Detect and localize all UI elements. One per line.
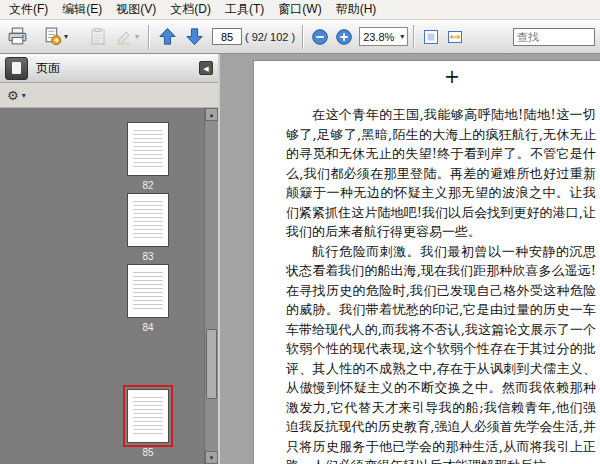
thumbnail-label: 84	[142, 322, 153, 333]
printer-icon	[7, 26, 28, 47]
select-tool-button	[86, 25, 110, 49]
main-body: 页面 ◀ ⚙ ▾ 82 83	[0, 54, 600, 464]
scroll-down-button[interactable]: ▼	[205, 451, 218, 464]
print-button[interactable]	[5, 24, 30, 49]
page-thumbnail-84[interactable]: 84	[116, 264, 180, 333]
toolbar-separator	[148, 25, 150, 49]
zoom-level-select[interactable]: 23.8% ▾	[359, 27, 408, 46]
caret-down-icon: ▾	[64, 32, 68, 41]
export-button[interactable]: ▾	[40, 24, 70, 49]
thumbnail-image	[127, 264, 169, 318]
gear-icon: ⚙	[7, 89, 19, 102]
menu-view[interactable]: 视图(V)	[109, 0, 163, 19]
zoom-in-icon	[335, 28, 353, 46]
previous-page-button[interactable]	[155, 24, 180, 49]
pdf-page: + 在这个青年的王国,我能够高呼陆地!陆地!这一切够了,足够了,黑暗,陌生的大海…	[253, 60, 600, 464]
export-document-icon	[42, 26, 63, 47]
toolbar-separator	[302, 25, 304, 49]
page-count-label: ( 92/ 102 )	[245, 31, 295, 43]
paragraph-2: 航行危险而刺激。我们最初曾以一种安静的沉思状态看着我们的船出海,现在我们距那种欣…	[286, 242, 596, 464]
page-number-input[interactable]	[212, 28, 242, 45]
page-thumbnail-85[interactable]: 85	[116, 389, 180, 458]
clipboard-icon	[88, 27, 108, 47]
collapse-pane-button[interactable]: ◀	[199, 61, 213, 75]
zoom-out-button[interactable]	[309, 26, 331, 48]
page-thumbnail-82[interactable]: 82	[116, 122, 180, 191]
arrow-down-icon	[184, 26, 205, 47]
caret-down-icon: ▾	[400, 32, 404, 41]
find-input[interactable]	[513, 28, 595, 46]
thumbnail-label: 83	[142, 251, 153, 262]
pages-tab-icon[interactable]	[5, 57, 28, 80]
zoom-value: 23.8%	[363, 31, 397, 43]
thumbnail-image	[127, 122, 169, 176]
pages-panel-header: 页面 ◀	[0, 54, 218, 83]
scroll-up-button[interactable]: ▲	[205, 108, 218, 121]
menu-tools[interactable]: 工具(T)	[218, 0, 271, 19]
fit-page-icon	[422, 28, 440, 46]
page-glyph	[12, 62, 21, 74]
menu-document[interactable]: 文档(D)	[163, 0, 218, 19]
document-view[interactable]: + 在这个青年的王国,我能够高呼陆地!陆地!这一切够了,足够了,黑暗,陌生的大海…	[218, 54, 600, 464]
fit-width-button[interactable]	[444, 26, 466, 48]
menu-file[interactable]: 文件(F)	[2, 0, 55, 19]
thumbnail-image	[127, 389, 169, 443]
menu-bar: 文件(F) 编辑(E) 视图(V) 文档(D) 工具(T) 窗口(W) 帮助(H…	[0, 0, 600, 20]
paragraph-1: 在这个青年的王国,我能够高呼陆地!陆地!这一切够了,足够了,黑暗,陌生的大海上的…	[286, 105, 596, 242]
zoom-out-icon	[311, 28, 329, 46]
caret-down-icon: ▾	[22, 91, 26, 100]
collapse-left-icon: ◀	[203, 63, 208, 74]
menu-window[interactable]: 窗口(W)	[271, 0, 328, 19]
crop-mark: +	[440, 65, 464, 87]
pdf-reader-window: 文件(F) 编辑(E) 视图(V) 文档(D) 工具(T) 窗口(W) 帮助(H…	[0, 0, 600, 464]
thumbnail-label: 85	[142, 447, 153, 458]
thumbnail-scrollbar[interactable]: ▲ ▼	[204, 108, 218, 464]
thumbnail-label: 82	[142, 180, 153, 191]
highlighter-icon	[114, 27, 134, 47]
scrollbar-thumb[interactable]	[206, 329, 217, 399]
thumbnail-image	[127, 193, 169, 247]
thumbnail-list: 82 83 84 85 ▲ ▼	[0, 108, 218, 464]
page-thumbnail-83[interactable]: 83	[116, 193, 180, 262]
caret-down-icon: ▾	[135, 32, 139, 41]
toolbar: ▾ ▾ ( 92/ 102 )	[0, 20, 600, 54]
menu-edit[interactable]: 编辑(E)	[55, 0, 109, 19]
navigation-pane: 页面 ◀ ⚙ ▾ 82 83	[0, 54, 218, 464]
toolbar-separator	[413, 25, 415, 49]
fit-width-icon	[446, 28, 464, 46]
arrow-up-icon	[157, 26, 178, 47]
panel-options-row: ⚙ ▾	[0, 83, 218, 108]
markup-tool-button: ▾	[112, 25, 141, 49]
next-page-button[interactable]	[182, 24, 207, 49]
zoom-in-button[interactable]	[333, 26, 355, 48]
fit-page-button[interactable]	[420, 26, 442, 48]
panel-options-button[interactable]: ⚙ ▾	[7, 89, 26, 102]
panel-title: 页面	[36, 60, 60, 77]
menu-help[interactable]: 帮助(H)	[329, 0, 384, 19]
page-text: 在这个青年的王国,我能够高呼陆地!陆地!这一切够了,足够了,黑暗,陌生的大海上的…	[286, 105, 596, 464]
